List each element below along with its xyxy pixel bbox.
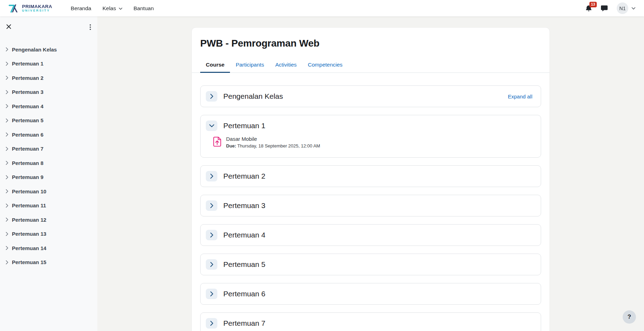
section-title: Pertemuan 2 [223,172,265,180]
course-index-item-label: Pertemuan 11 [12,202,46,208]
expand-all-link[interactable]: Expand all [508,94,532,99]
section-chevron-icon [210,262,214,267]
course-index-item-label: Pertemuan 5 [12,117,43,123]
course-tab[interactable]: Course [200,58,230,73]
chevron-right-icon [6,62,8,66]
course-index-item[interactable]: Pertemuan 8 [0,156,97,170]
course-tab-label: Activities [275,62,296,68]
due-value: Thursday, 18 September 2025, 12:00 AM [237,143,320,149]
section-toggle-button[interactable] [206,171,217,181]
course-tab[interactable]: Participants [230,58,270,73]
nav-link-label: Bantuan [134,5,154,12]
messages-button[interactable] [597,3,611,14]
section-toggle-button[interactable] [206,230,217,240]
nav-link[interactable]: Kelas [98,2,127,14]
chevron-right-icon [6,260,8,264]
section-title: Pertemuan 6 [223,290,265,298]
section-title: Pengenalan Kelas [223,92,283,101]
course-index-item-label: Pertemuan 9 [12,174,43,180]
section-chevron-icon [210,203,214,208]
nav-link-label: Beranda [71,5,91,12]
course-index-item[interactable]: Pertemuan 2 [0,71,97,85]
section-toggle-button[interactable] [206,289,217,299]
section-toggle-button[interactable] [206,318,217,329]
nav-link[interactable]: Bantuan [129,2,159,14]
section-title: Pertemuan 1 [223,122,265,130]
course-index-item[interactable]: Pertemuan 13 [0,227,97,241]
course-index-list: Pengenalan Kelas Pertemuan 1 Pertemuan 2 [0,42,97,269]
due-label: Due: [226,143,236,149]
user-avatar: N1 [617,2,628,14]
chevron-right-icon [6,175,8,179]
course-tab-label: Course [206,62,224,68]
section-chevron-icon [210,94,214,99]
course-index-item-label: Pengenalan Kelas [12,47,57,53]
chevron-right-icon [6,47,8,51]
section-chevron-icon [210,232,214,238]
chevron-right-icon [6,118,8,123]
course-index-item-label: Pertemuan 10 [12,188,46,194]
course-index-item[interactable]: Pertemuan 15 [0,255,97,270]
chevron-down-icon [119,7,122,10]
brand-tagline: UNIVERSITY [22,9,52,12]
course-index-item-label: Pertemuan 7 [12,146,43,152]
course-index-item[interactable]: Pertemuan 1 [0,57,97,71]
course-index-item-label: Pertemuan 14 [12,245,46,251]
primakara-logo[interactable]: PRIMAKARA UNIVERSITY [8,4,52,13]
assignment-icon [213,137,221,147]
section-toggle-button[interactable] [206,120,217,131]
course-index-item[interactable]: Pertemuan 9 [0,170,97,185]
nav-link[interactable]: Beranda [66,2,96,14]
primary-nav: Beranda Kelas Bantuan [66,2,158,14]
chevron-right-icon [6,232,8,236]
activity-due-date: Due:Thursday, 18 September 2025, 12:00 A… [226,143,320,149]
activity-name-link[interactable]: Dasar Mobile [226,136,320,142]
course-index-item-label: Pertemuan 2 [12,75,43,81]
course-tab[interactable]: Competencies [302,58,348,73]
course-index-item[interactable]: Pertemuan 6 [0,127,97,142]
help-button[interactable]: ? [623,310,636,324]
primakara-logo-mark [8,4,19,13]
section-chevron-icon [209,124,215,127]
notification-count-badge: 13 [589,2,597,7]
course-index-item[interactable]: Pertemuan 7 [0,142,97,156]
course-title: PWB - Pemrograman Web [200,37,541,49]
notifications-button[interactable]: 13 [582,3,595,14]
chevron-right-icon [6,90,8,94]
course-index-item[interactable]: Pertemuan 5 [0,113,97,128]
course-index-item-label: Pertemuan 4 [12,103,43,109]
course-sections: Pengenalan Kelas Expand all [200,85,541,331]
course-index-item[interactable]: Pertemuan 3 [0,85,97,99]
course-index-item-label: Pertemuan 12 [12,217,46,223]
course-section-card: Pertemuan 4 [200,224,541,246]
close-drawer-button[interactable] [5,23,13,30]
brand-name: PRIMAKARA [22,4,52,9]
course-section-card: Pertemuan 3 [200,195,541,216]
course-index-item-label: Pertemuan 8 [12,160,43,166]
section-toggle-button[interactable] [206,200,217,211]
course-section-card: Pertemuan 6 [200,283,541,305]
course-index-item-label: Pertemuan 13 [12,231,46,237]
user-menu[interactable]: N1 [613,1,636,15]
course-index-item[interactable]: Pertemuan 14 [0,241,97,255]
chevron-right-icon [6,246,8,250]
course-index-item[interactable]: Pertemuan 10 [0,184,97,199]
course-section-card: Pertemuan 5 [200,254,541,275]
course-index-item[interactable]: Pertemuan 12 [0,213,97,227]
course-index-item-label: Pertemuan 15 [12,259,46,265]
course-index-item[interactable]: Pertemuan 11 [0,199,97,213]
section-toggle-button[interactable] [206,91,217,102]
chevron-right-icon [6,132,8,137]
section-chevron-icon [210,320,214,326]
chevron-right-icon [6,204,8,208]
chevron-right-icon [6,218,8,222]
drawer-options-button[interactable] [88,23,92,32]
course-index-item[interactable]: Pengenalan Kelas [0,42,97,57]
course-tab[interactable]: Activities [270,58,302,73]
chevron-right-icon [6,189,8,193]
section-toggle-button[interactable] [206,259,217,270]
course-index-item[interactable]: Pertemuan 4 [0,99,97,113]
course-index-item-label: Pertemuan 3 [12,89,43,95]
chevron-right-icon [6,161,8,165]
activity-item: Dasar Mobile Due:Thursday, 18 September … [213,136,532,149]
